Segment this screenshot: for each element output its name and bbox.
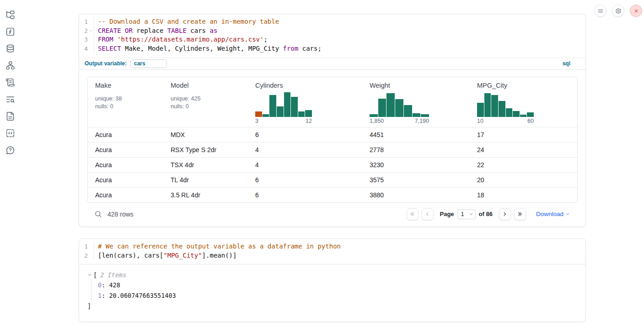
- table-row: Acura3.5 RL 4dr6388018: [88, 187, 577, 202]
- column-label: Model: [171, 82, 241, 89]
- column-label: Make: [95, 82, 156, 89]
- help-icon[interactable]: [5, 145, 15, 155]
- code-line: 4SELECT Make, Model, Cylinders, Weight, …: [79, 44, 585, 53]
- tree-open-bracket: [: [93, 271, 97, 279]
- tree-entry: 0: 428: [98, 280, 577, 291]
- table-cell: Acura: [88, 131, 163, 138]
- tree-collapse-icon[interactable]: [87, 273, 93, 277]
- histogram-bar: [277, 106, 284, 117]
- table-cell: MDX: [163, 131, 248, 138]
- dependency-graph-icon[interactable]: [5, 61, 15, 70]
- table-cell: 4: [248, 146, 362, 153]
- histogram-bar: [520, 115, 527, 117]
- table-row: AcuraMDX6445117: [88, 127, 577, 142]
- table-row: AcuraRSX Type S 2dr4277824: [88, 142, 577, 157]
- histogram-bar: [284, 92, 291, 117]
- table-row: AcuraTL 4dr6357520: [88, 172, 577, 187]
- column-label: MPG_City: [477, 82, 570, 89]
- settings-gear-icon[interactable]: [612, 5, 624, 17]
- pagination: Page 1 of 86 Download: [407, 208, 570, 220]
- column-label: Cylinders: [255, 82, 355, 89]
- table-cell: 20: [470, 176, 577, 184]
- histogram-bar: [305, 110, 312, 117]
- function-icon[interactable]: [5, 27, 15, 37]
- table-footer: 428 rows Page 1 of 86: [87, 203, 578, 227]
- output-variable-input[interactable]: [130, 59, 167, 68]
- output-variable-bar: Output variable: sql: [79, 58, 585, 70]
- line-number: 4: [79, 44, 94, 53]
- histogram-range-labels: 1,8507,190: [370, 118, 429, 124]
- histogram-bar: [499, 101, 505, 117]
- download-label: Download: [536, 211, 564, 217]
- histogram-bar: [370, 114, 378, 116]
- language-badge: sql: [563, 60, 570, 67]
- table-cell: Acura: [88, 146, 163, 153]
- code-line: 1# We can reference the output variable …: [79, 242, 585, 251]
- first-page-button[interactable]: [407, 208, 419, 220]
- histogram-bar: [527, 112, 534, 117]
- table-cell: TSX 4dr: [163, 161, 248, 169]
- code-line: 2[len(cars), cars["MPG_City"].mean()]: [79, 251, 585, 260]
- search-icon[interactable]: [94, 210, 102, 218]
- histogram-bar: [269, 95, 276, 117]
- table-cell: 3230: [362, 161, 470, 169]
- table-cell: RSX Type S 2dr: [163, 146, 248, 153]
- previous-page-button[interactable]: [422, 208, 434, 220]
- code-text: -- Download a CSV and create an in-memor…: [94, 17, 279, 26]
- database-icon[interactable]: [5, 44, 15, 53]
- histogram-bar: [263, 114, 269, 117]
- python-code-editor[interactable]: 1# We can reference the output variable …: [79, 239, 585, 264]
- histogram-bar: [491, 95, 498, 117]
- histogram-bar: [255, 111, 262, 117]
- fold-chevron-icon[interactable]: [88, 29, 94, 33]
- python-cell: 1# We can reference the output variable …: [79, 238, 586, 322]
- histogram-bar: [484, 93, 491, 117]
- histogram-bar: [477, 103, 484, 117]
- table-cell: 4: [248, 161, 362, 169]
- histogram-bar: [421, 114, 429, 116]
- snippets-icon[interactable]: [5, 128, 15, 138]
- line-number: 2: [79, 26, 94, 36]
- menu-icon[interactable]: [594, 5, 606, 17]
- download-button[interactable]: Download: [536, 211, 570, 217]
- column-header-cylinders[interactable]: Cylinders312: [248, 82, 362, 127]
- column-header-model[interactable]: Modelunique: 425nulls: 0: [163, 82, 248, 127]
- code-text: FROM 'https://datasets.marimo.app/cars.c…: [94, 35, 268, 44]
- code-text: CREATE OR replace TABLE cars as: [94, 26, 217, 36]
- scratchpad-icon[interactable]: [5, 78, 15, 87]
- documentation-icon[interactable]: [5, 111, 15, 121]
- column-histogram: [370, 92, 429, 117]
- column-histogram: [255, 92, 312, 117]
- shutdown-close-icon[interactable]: [630, 5, 642, 17]
- histogram-bar: [386, 93, 395, 117]
- logs-icon[interactable]: [5, 95, 15, 104]
- column-header-weight[interactable]: Weight1,8507,190: [362, 82, 470, 127]
- histogram-bar: [298, 111, 305, 116]
- table-cell: 6: [248, 191, 362, 199]
- code-text: [len(cars), cars["MPG_City"].mean()]: [94, 251, 236, 260]
- line-number: 1: [79, 17, 94, 26]
- sql-code-editor[interactable]: 1-- Download a CSV and create an in-memo…: [79, 14, 585, 58]
- histogram-bar: [404, 105, 412, 116]
- page-select[interactable]: 1: [457, 209, 476, 219]
- code-text: SELECT Make, Model, Cylinders, Weight, M…: [94, 44, 322, 53]
- chevron-down-icon: [469, 212, 473, 217]
- table-cell: 22: [470, 161, 577, 169]
- last-page-button[interactable]: [514, 208, 526, 220]
- column-header-make[interactable]: Makeunique: 38nulls: 0: [88, 82, 163, 127]
- table-cell: 6: [248, 176, 362, 184]
- file-tree-icon[interactable]: [5, 10, 15, 20]
- table-body: AcuraMDX6445117AcuraRSX Type S 2dr427782…: [88, 127, 577, 202]
- next-page-button[interactable]: [499, 208, 511, 220]
- sql-cell: 1-- Download a CSV and create an in-memo…: [79, 14, 586, 227]
- table-cell: 24: [470, 146, 577, 153]
- table-cell: Acura: [88, 191, 163, 199]
- histogram-bar: [506, 108, 513, 116]
- page-label: Page: [440, 211, 454, 217]
- notebook-cells: 1-- Download a CSV and create an in-memo…: [79, 14, 586, 322]
- tree-root: [ 2 Items: [87, 271, 577, 279]
- table-cell: 3880: [362, 191, 470, 199]
- table-cell: 3575: [362, 176, 470, 184]
- column-header-mpg_city[interactable]: MPG_City1060: [470, 82, 577, 127]
- histogram-bar: [413, 113, 421, 117]
